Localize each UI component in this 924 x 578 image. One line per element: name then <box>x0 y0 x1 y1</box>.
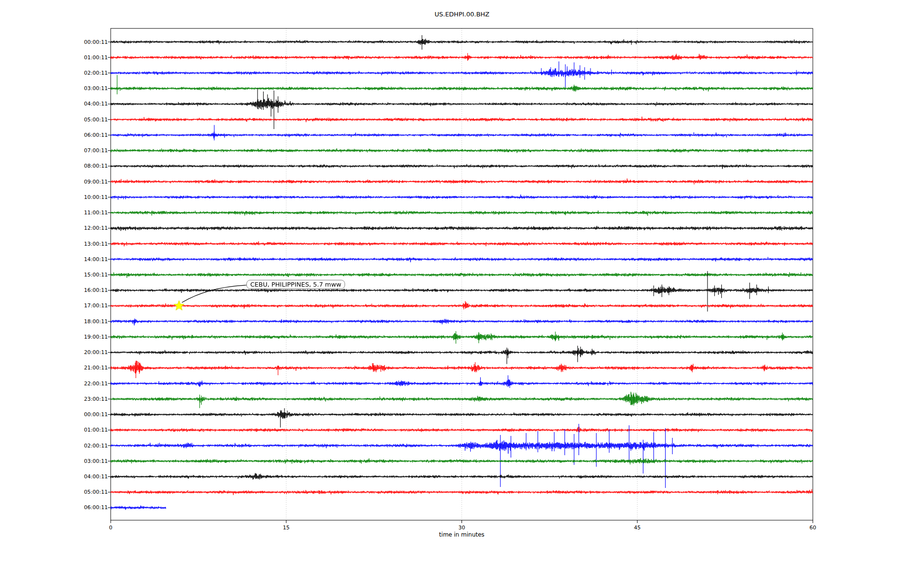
annotation-label: CEBU, PHILIPPINES, 5.7 mww <box>246 280 345 289</box>
annotation-arrow <box>182 285 246 302</box>
annotation-layer <box>0 0 924 578</box>
figure: US.EDHPI.00.BHZ CEBU, PHILIPPINES, 5.7 m… <box>0 0 924 578</box>
